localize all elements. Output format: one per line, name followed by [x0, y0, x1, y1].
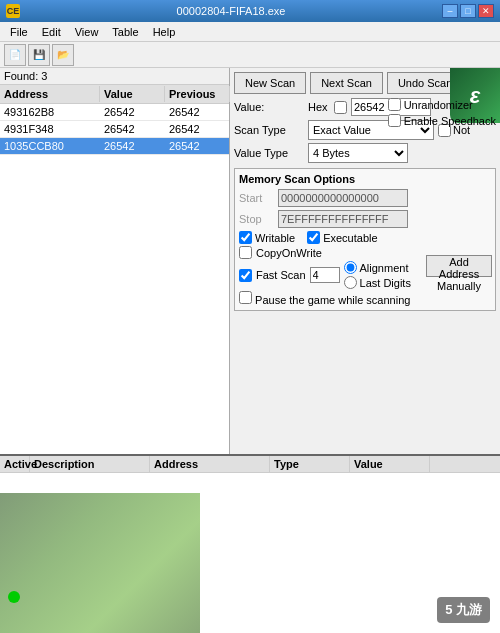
alignment-radio[interactable] — [344, 261, 357, 274]
value-type-row: Value Type 4 Bytes 2 Bytes 1 Byte 8 Byte… — [234, 143, 496, 163]
title-bar: CE 00002804-FIFA18.exe – □ ✕ — [0, 0, 500, 22]
copyonwrite-label: CopyOnWrite — [256, 247, 322, 259]
pause-label: Pause the game while scanning — [255, 294, 410, 306]
cell-previous: 26542 — [165, 138, 229, 154]
value-label: Value: — [234, 101, 304, 113]
lastdigits-radio[interactable] — [344, 276, 357, 289]
active-indicator — [8, 591, 20, 603]
menu-view[interactable]: View — [69, 24, 105, 40]
toolbar-save[interactable]: 💾 — [28, 44, 50, 66]
next-scan-button[interactable]: Next Scan — [310, 72, 383, 94]
fast-scan-label: Fast Scan — [256, 269, 306, 281]
menu-file[interactable]: File — [4, 24, 34, 40]
stop-row: Stop — [239, 210, 491, 228]
fast-scan-checkbox[interactable] — [239, 269, 252, 282]
hex-checkbox[interactable] — [334, 101, 347, 114]
col-type: Type — [270, 456, 350, 472]
cell-address: 493162B8 — [0, 104, 100, 120]
menu-bar: File Edit View Table Help — [0, 22, 500, 42]
value-type-label: Value Type — [234, 147, 304, 159]
cell-value: 26542 — [100, 121, 165, 137]
menu-table[interactable]: Table — [106, 24, 144, 40]
writable-row: Writable Executable — [239, 231, 491, 244]
window-title: 00002804-FIFA18.exe — [20, 5, 442, 17]
bottom-table-header: Active Description Address Type Value — [0, 456, 500, 473]
alignment-col: Alignment Last Digits — [344, 261, 411, 289]
bg-game-image — [0, 493, 200, 633]
right-checkboxes: Unrandomizer Enable Speedhack — [388, 98, 496, 127]
table-row[interactable]: 493162B8 26542 26542 — [0, 104, 229, 121]
col-address: Address — [0, 86, 100, 102]
col-address: Address — [150, 456, 270, 472]
menu-help[interactable]: Help — [147, 24, 182, 40]
pause-row: Pause the game while scanning — [239, 291, 491, 306]
table-row[interactable]: 4931F348 26542 26542 — [0, 121, 229, 138]
col-description: Description — [30, 456, 150, 472]
bottom-section: Active Description Address Type Value — [0, 454, 500, 633]
unrandomizer-row: Unrandomizer — [388, 98, 496, 111]
speedhack-label: Enable Speedhack — [404, 115, 496, 127]
fast-scan-input[interactable] — [310, 267, 340, 283]
window-controls: – □ ✕ — [442, 4, 494, 18]
start-row: Start — [239, 189, 491, 207]
cell-value: 26542 — [100, 104, 165, 120]
add-address-button[interactable]: Add Address Manually — [426, 255, 492, 277]
toolbar-open[interactable]: 📂 — [52, 44, 74, 66]
alignment-label: Alignment — [360, 262, 409, 274]
new-scan-button[interactable]: New Scan — [234, 72, 306, 94]
bottom-table-body — [0, 473, 500, 633]
unrandomizer-checkbox[interactable] — [388, 98, 401, 111]
writable-label: Writable — [255, 232, 295, 244]
maximize-button[interactable]: □ — [460, 4, 476, 18]
col-active: Active — [0, 456, 30, 472]
start-label: Start — [239, 192, 274, 204]
lastdigits-label: Last Digits — [360, 277, 411, 289]
col-previous: Previous — [165, 86, 230, 102]
close-button[interactable]: ✕ — [478, 4, 494, 18]
menu-edit[interactable]: Edit — [36, 24, 67, 40]
stop-input[interactable] — [278, 210, 408, 228]
found-label: Found: 3 — [0, 68, 229, 85]
copyonwrite-checkbox[interactable] — [239, 246, 252, 259]
table-header: Address Value Previous — [0, 85, 229, 104]
value-type-select[interactable]: 4 Bytes 2 Bytes 1 Byte 8 Bytes Float Dou… — [308, 143, 408, 163]
app-icon: CE — [6, 4, 20, 18]
speedhack-checkbox[interactable] — [388, 114, 401, 127]
table-row-selected[interactable]: 1035CCB80 26542 26542 — [0, 138, 229, 155]
col-value: Value — [100, 86, 165, 102]
watermark: 5 九游 — [437, 597, 490, 623]
start-input[interactable] — [278, 189, 408, 207]
cell-previous: 26542 — [165, 121, 229, 137]
toolbar-new[interactable]: 📄 — [4, 44, 26, 66]
cell-address: 4931F348 — [0, 121, 100, 137]
executable-checkbox[interactable] — [307, 231, 320, 244]
cell-value: 26542 — [100, 138, 165, 154]
stop-label: Stop — [239, 213, 274, 225]
cell-previous: 26542 — [165, 104, 229, 120]
toolbar: 📄 💾 📂 — [0, 42, 500, 68]
speedhack-row: Enable Speedhack — [388, 114, 496, 127]
minimize-button[interactable]: – — [442, 4, 458, 18]
hex-label: Hex — [308, 101, 330, 113]
writable-checkbox[interactable] — [239, 231, 252, 244]
col-value: Value — [350, 456, 430, 472]
scan-type-label: Scan Type — [234, 124, 304, 136]
pause-checkbox[interactable] — [239, 291, 252, 304]
unrandomizer-label: Unrandomizer — [404, 99, 473, 111]
cell-address: 1035CCB80 — [0, 138, 100, 154]
scan-options-title: Memory Scan Options — [239, 173, 491, 185]
executable-label: Executable — [323, 232, 377, 244]
